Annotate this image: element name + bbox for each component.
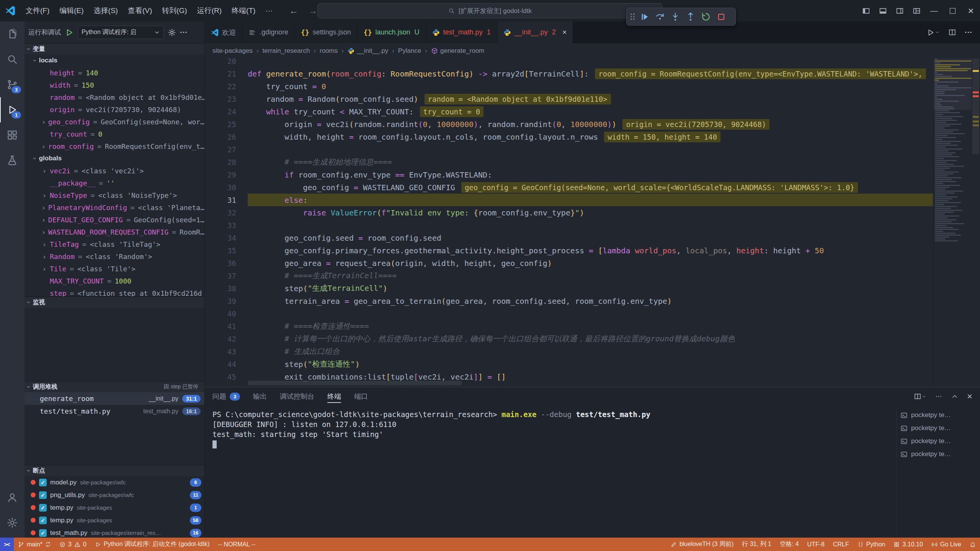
breakpoint-checkbox[interactable]: ✓ <box>39 517 47 524</box>
panel-tab-端口[interactable]: 端口 <box>354 387 368 406</box>
run-file-button[interactable] <box>926 28 940 37</box>
tab-launch.json[interactable]: {}launch.jsonU <box>358 21 426 43</box>
drag-handle-icon[interactable] <box>630 13 635 20</box>
scrollbar-overview-ruler[interactable] <box>972 59 980 387</box>
code-line[interactable]: 33 <box>205 219 933 231</box>
line-number[interactable]: 26 <box>205 133 248 141</box>
line-number[interactable]: 20 <box>205 59 248 65</box>
code-line[interactable]: 29 if room_config.env_type == EnvType.WA… <box>205 168 933 181</box>
panel-tab-终端[interactable]: 终端 <box>327 387 341 406</box>
variable-row[interactable]: MAX_TRY_COUNT=1000 <box>24 275 204 287</box>
line-number[interactable]: 35 <box>205 246 248 255</box>
variable-row[interactable]: origin=vec2i(7205730, 9024468) <box>24 103 204 116</box>
maximize-panel-button[interactable] <box>951 393 959 400</box>
line-number[interactable]: 29 <box>205 171 248 179</box>
callstack-section-header[interactable]: › 调用堆栈 因 step 已暂停 <box>24 381 204 392</box>
code-line[interactable]: 23 random = Random(room_config.seed)rand… <box>205 93 933 105</box>
terminal-list-item[interactable]: pocketpy te… <box>897 409 980 422</box>
line-number[interactable]: 28 <box>205 158 248 166</box>
line-number[interactable]: 33 <box>205 221 248 230</box>
code-line[interactable]: 21def generate_room(room_config: RoomReq… <box>205 67 933 80</box>
statusbar-item[interactable]: 30 <box>55 538 91 551</box>
panel-tab-调试控制台[interactable]: 调试控制台 <box>280 387 314 406</box>
activity-settings-gear[interactable] <box>0 510 24 535</box>
panel-tab-问题[interactable]: 问题3 <box>212 387 240 406</box>
panel-tab-输出[interactable]: 输出 <box>253 387 267 406</box>
variable-row[interactable]: height=140 <box>24 67 204 79</box>
code-line[interactable]: 24 while try_count < MAX_TRY_COUNT:try_c… <box>205 105 933 118</box>
variable-row[interactable]: try_count=0 <box>24 128 204 140</box>
activity-run-debug[interactable]: 1 <box>0 97 24 122</box>
activity-extensions[interactable] <box>0 122 24 148</box>
tab-close-icon[interactable]: × <box>562 28 567 37</box>
breakpoint-row[interactable]: ✓png_utils.pysite-packages\wfc11 <box>24 489 204 501</box>
more-actions-icon[interactable]: ··· <box>180 28 188 37</box>
variable-row[interactable]: ›vec2i=<class 'vec2i'> <box>24 165 204 177</box>
menu-item[interactable]: 运行(R) <box>192 0 227 21</box>
variable-row[interactable]: ›DEFAULT_GEO_CONFIG=GeoConfig(seed=1… <box>24 214 204 226</box>
tab-.gdignore[interactable]: .gdignore <box>242 21 295 43</box>
debug-config-dropdown[interactable]: Python 调试程序: 启 <box>78 26 164 39</box>
line-number[interactable]: 31 <box>205 196 248 204</box>
code-line[interactable]: 35 geo_config.primary_forces.geothermal_… <box>205 244 933 257</box>
menu-item[interactable]: 选择(S) <box>89 0 123 21</box>
code-line[interactable]: 34 geo_config.seed = room_config.seed <box>205 231 933 244</box>
split-editor-button[interactable] <box>948 28 956 36</box>
activity-source-control[interactable]: 3 <box>0 72 24 97</box>
code-line[interactable]: 30 geo_config = WASTELAND_GEO_CONFIGgeo_… <box>205 181 933 194</box>
line-number[interactable]: 36 <box>205 259 248 267</box>
line-number[interactable]: 42 <box>205 335 248 343</box>
variable-row[interactable]: ›NoiseType=<class 'NoiseType'> <box>24 189 204 201</box>
variable-row[interactable]: ›WASTELAND_ROOM_REQUEST_CONFIG=RoomR… <box>24 226 204 238</box>
menu-item[interactable]: 查看(V) <box>123 0 157 21</box>
close-panel-button[interactable]: × <box>967 391 972 402</box>
line-number[interactable]: 34 <box>205 234 248 242</box>
minimap-slider[interactable] <box>933 59 972 110</box>
breadcrumb-item[interactable]: rooms <box>320 47 338 55</box>
statusbar-item[interactable]: CRLF <box>829 538 853 551</box>
back-arrow-icon[interactable]: ← <box>289 5 298 16</box>
breakpoint-checkbox[interactable]: ✓ <box>39 529 47 537</box>
menu-item[interactable]: 终端(T) <box>227 0 260 21</box>
continue-button[interactable] <box>638 10 652 24</box>
watch-section-header[interactable]: › 监视 <box>24 297 204 308</box>
line-number[interactable]: 21 <box>205 70 248 78</box>
terminal-output[interactable]: PS C:\computer_science\godot-ldtk\site-p… <box>205 406 896 538</box>
step-into-button[interactable] <box>668 10 682 24</box>
code-line[interactable]: 20 <box>205 59 933 67</box>
breakpoint-row[interactable]: ✓temp.pysite-packages1 <box>24 501 204 514</box>
activity-explorer[interactable] <box>0 21 24 47</box>
code-line[interactable]: 41 # ====检查连通性==== <box>205 320 933 333</box>
statusbar-item[interactable]: blueloveTH (3 周前) <box>666 538 738 551</box>
code-line[interactable]: 40 <box>205 307 933 320</box>
breakpoint-checkbox[interactable]: ✓ <box>39 504 47 512</box>
code-line[interactable]: 38 step("生成TerrainCell") <box>205 282 933 295</box>
customize-layout[interactable] <box>908 0 925 21</box>
statusbar-item[interactable]: Python <box>853 538 890 551</box>
statusbar-item[interactable] <box>965 538 980 551</box>
activity-test-beaker[interactable] <box>0 148 24 173</box>
line-number[interactable]: 23 <box>205 95 248 103</box>
terminal-list-item[interactable]: pocketpy te… <box>897 435 980 448</box>
start-debug-button[interactable] <box>65 28 74 37</box>
line-number[interactable]: 40 <box>205 310 248 318</box>
terminal-list-item[interactable]: pocketpy te… <box>897 448 980 461</box>
code-line[interactable]: 22 try_count = 0 <box>205 80 933 93</box>
step-out-button[interactable] <box>684 10 697 24</box>
maximize-button[interactable] <box>943 0 962 21</box>
tab-test_math.py[interactable]: test_math.py1 <box>426 21 497 43</box>
command-center-search[interactable]: [扩展开发宿主] godot-ldtk <box>317 3 663 18</box>
menu-item[interactable]: 编辑(E) <box>54 0 88 21</box>
menu-item[interactable]: ··· <box>260 0 278 21</box>
tab-settings.json[interactable]: {}settings.json <box>295 21 358 43</box>
stop-button[interactable] <box>714 10 728 24</box>
line-number[interactable]: 45 <box>205 373 248 381</box>
line-number[interactable]: 24 <box>205 108 248 116</box>
code-line[interactable]: 36 geo_area = request_area(origin, width… <box>205 257 933 269</box>
variable-row[interactable]: ›room_config=RoomRequestConfig(env_t… <box>24 140 204 152</box>
statusbar-item[interactable]: 空格: 4 <box>776 538 803 551</box>
code-editor[interactable]: 2021def generate_room(room_config: RoomR… <box>205 59 980 387</box>
code-line[interactable]: 32 raise ValueError(f"Invalid env type: … <box>205 206 933 219</box>
menu-item[interactable]: 文件(F) <box>21 0 54 21</box>
line-number[interactable]: 38 <box>205 284 248 293</box>
